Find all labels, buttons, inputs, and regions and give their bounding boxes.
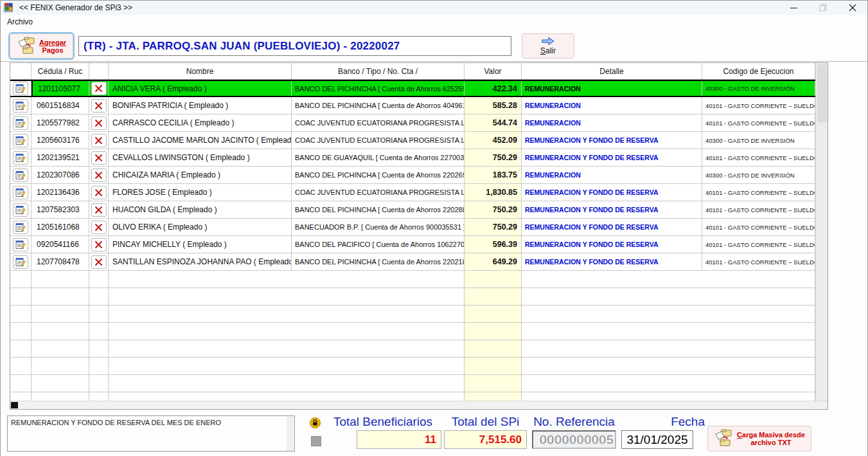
delete-row-button[interactable] — [91, 221, 107, 234]
nombre-cell: PINCAY MICHELLY ( Empleado ) — [109, 236, 292, 253]
table-row[interactable]: 1207708478SANTILLAN ESPINOZA JOHANNA PAO… — [10, 253, 815, 271]
horizontal-scrollbar[interactable] — [10, 401, 828, 409]
delete-row-button[interactable] — [91, 255, 107, 269]
table-row[interactable]: 0601516834BONIFAS PATRICIA ( Empleado )B… — [10, 97, 815, 114]
codigo-cell: 40101 - GASTO CORRIENTE – SUELDOS — [702, 253, 815, 270]
salir-button[interactable]: Salir — [522, 33, 574, 59]
delete-row-button[interactable] — [91, 203, 107, 217]
codigo-cell: 40300 - GASTO DE INVERSIÓN — [702, 132, 815, 149]
detalle-cell: REMUNERACION Y FONDO DE RESERVA — [522, 236, 702, 253]
comment-scrollbar[interactable] — [287, 417, 294, 451]
comment-text: REMUNERACION Y FONDO DE RESERVA DEL MES … — [11, 419, 221, 426]
app-window: << FENIX Generador de SPi3 >> Archivo — [0, 0, 868, 456]
nombre-cell: CEVALLOS LIWINSGTON ( Empleado ) — [109, 149, 292, 166]
table-row[interactable]: 1201105077ANICIA VERA ( Empleado )BANCO … — [10, 80, 815, 97]
fecha-field[interactable]: 31/01/2025 — [621, 430, 693, 449]
total-spi-value: 7,515.60 — [444, 430, 527, 449]
table-row[interactable]: 0920541166PINCAY MICHELLY ( Empleado )BA… — [10, 236, 815, 253]
delete-row-button[interactable] — [91, 116, 107, 130]
delete-row-button[interactable] — [91, 99, 107, 113]
valor-cell: 544.74 — [465, 114, 522, 131]
edit-row-button[interactable] — [13, 151, 28, 165]
table-row[interactable]: 1205603176CASTILLO JACOME MARLON JACINTO… — [10, 132, 815, 149]
horizontal-scrollbar-thumb[interactable] — [11, 402, 18, 408]
header-codigo: Codigo de Ejecucion — [702, 63, 815, 79]
valor-cell: 585.28 — [465, 97, 522, 114]
banco-cell: BANCO DEL PICHINCHA [ Cuenta de Ahorros … — [292, 201, 465, 218]
detalle-cell: REMUNERACION Y FONDO DE RESERVA — [522, 149, 702, 166]
detalle-cell: REMUNERACION — [522, 97, 702, 114]
edit-row-icon — [15, 118, 26, 128]
delete-row-button[interactable] — [91, 82, 107, 95]
empty-table-row — [10, 392, 815, 401]
nombre-cell: ANICIA VERA ( Empleado ) — [109, 81, 292, 96]
detalle-cell: REMUNERACION — [522, 81, 702, 96]
edit-row-button[interactable] — [13, 99, 28, 113]
edit-row-button[interactable] — [13, 203, 28, 217]
empty-table-row — [10, 306, 815, 323]
table-row[interactable]: 1205577982CARRASCO CECILIA ( Empleado )C… — [10, 114, 815, 132]
referencia-value: 0000000005 — [532, 430, 616, 449]
codigo-cell: 40101 - GASTO CORRIENTE – SUELDOS — [702, 219, 815, 235]
edit-row-icon — [15, 153, 26, 163]
delete-row-button[interactable] — [91, 134, 107, 147]
delete-row-button[interactable] — [91, 169, 107, 182]
codigo-cell: 40101 - GASTO CORRIENTE – SUELDOS — [702, 236, 815, 253]
banco-cell: COAC JUVENTUD ECUATORIANA PROGRESISTA LT… — [292, 184, 465, 201]
edit-row-button[interactable] — [13, 134, 28, 147]
banco-cell: BANCO DEL PICHINCHA [ Cuenta de Ahorros … — [292, 253, 465, 270]
comment-textarea[interactable]: REMUNERACION Y FONDO DE RESERVA DEL MES … — [7, 415, 295, 451]
detalle-cell: REMUNERACION Y FONDO DE RESERVA — [522, 219, 702, 235]
referencia-label: No. Referencia — [532, 415, 616, 429]
maximize-icon[interactable] — [808, 1, 838, 15]
total-beneficiarios-label: Total Beneficiarios — [322, 415, 444, 429]
banco-cell: BANCO DEL PICHINCHA [ Cuenta de Ahorros … — [292, 81, 465, 96]
edit-row-icon — [15, 223, 26, 232]
detalle-cell: REMUNERACION Y FONDO DE RESERVA — [522, 253, 702, 270]
cedula-cell: 1207582303 — [31, 201, 89, 218]
nombre-cell: BONIFAS PATRICIA ( Empleado ) — [109, 97, 292, 114]
close-icon[interactable] — [838, 1, 867, 15]
vertical-scrollbar-thumb[interactable] — [817, 64, 827, 122]
minimize-icon[interactable] — [779, 1, 808, 15]
delete-row-icon — [94, 154, 103, 162]
menu-archivo[interactable]: Archivo — [1, 16, 38, 28]
menu-bar: Archivo — [1, 15, 867, 28]
delete-row-button[interactable] — [91, 151, 107, 165]
total-beneficiarios-value: 11 — [357, 430, 441, 449]
table-row[interactable]: 1202136436FLORES JOSE ( Empleado )COAC J… — [10, 184, 815, 201]
codigo-cell: 40300 - GASTO DE INVERSIÓN — [702, 167, 815, 183]
entity-field[interactable]: (TR) - JTA. PARROQ.SAN JUAN (PUEBLOVIEJO… — [78, 36, 511, 56]
footer-panel: REMUNERACION Y FONDO DE RESERVA DEL MES … — [1, 410, 867, 456]
empty-table-row — [10, 288, 815, 306]
edit-row-button[interactable] — [13, 82, 28, 95]
vertical-scrollbar[interactable] — [815, 63, 828, 401]
edit-row-button[interactable] — [13, 255, 28, 269]
table-row[interactable]: 1202139521CEVALLOS LIWINSGTON ( Empleado… — [10, 149, 815, 167]
carga-masiva-button[interactable]: Carga Masiva desde archivo TXT — [707, 426, 811, 451]
edit-row-button[interactable] — [13, 238, 28, 251]
delete-row-button[interactable] — [91, 186, 107, 199]
table-row[interactable]: 1202307086CHICAIZA MARIA ( Empleado )BAN… — [10, 167, 815, 184]
delete-row-icon — [94, 206, 103, 214]
cedula-cell: 1201105077 — [31, 81, 89, 96]
valor-cell: 422.34 — [465, 81, 522, 96]
header-cedula: Cédula / Ruc — [31, 63, 89, 79]
edit-row-button[interactable] — [13, 169, 28, 182]
cedula-cell: 1202307086 — [31, 167, 89, 183]
nombre-cell: FLORES JOSE ( Empleado ) — [109, 184, 292, 201]
delete-row-button[interactable] — [91, 238, 107, 251]
delete-row-icon — [94, 136, 103, 145]
banco-cell: BANCO DEL PICHINCHA [ Cuenta de Ahorros … — [292, 167, 465, 183]
edit-row-icon — [15, 136, 26, 145]
table-row[interactable]: 1207582303HUACON GILDA ( Empleado )BANCO… — [10, 201, 815, 219]
detalle-cell: REMUNERACION Y FONDO DE RESERVA — [522, 132, 702, 149]
table-row[interactable]: 1205161068OLIVO ERIKA ( Empleado )BANECU… — [10, 219, 815, 236]
edit-row-button[interactable] — [13, 221, 28, 234]
edit-row-icon — [15, 170, 26, 180]
codigo-cell: 40300 - GASTO DE INVERSIÓN — [702, 81, 815, 96]
status-square[interactable] — [311, 436, 321, 446]
edit-row-button[interactable] — [13, 186, 28, 199]
edit-row-button[interactable] — [13, 116, 28, 130]
agregar-pagos-button[interactable]: Agregar Pagos — [10, 33, 73, 59]
